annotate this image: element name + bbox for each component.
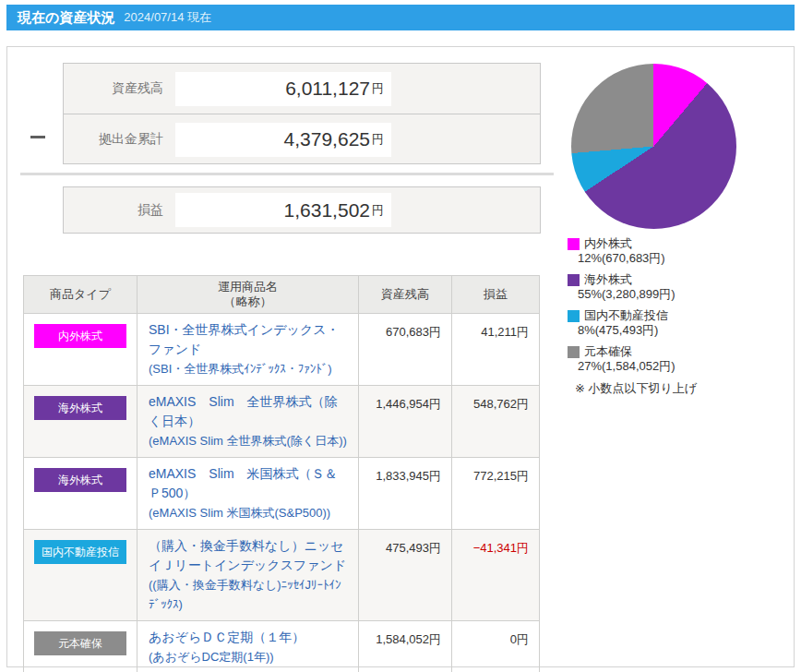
column-header-product-type: 商品タイプ [24, 276, 137, 314]
balance-value: 6,011,127 [285, 78, 370, 100]
legend-label: 国内不動産投信 [584, 308, 668, 323]
column-header-product-name-line1: 運用商品名 [218, 280, 278, 294]
balance-cell: 1,446,954円 [359, 386, 452, 458]
legend-swatch [568, 274, 580, 286]
balance-cell: 1,584,052円 [359, 621, 452, 672]
legend-item: 元本確保 27%(1,584,052円) [568, 344, 796, 374]
balance-cell: 1,833,945円 [359, 458, 452, 530]
balance-yen-suffix: 円 [372, 80, 384, 97]
legend-swatch [568, 310, 580, 322]
legend-item: 国内不動産投信 8%(475,493円) [568, 308, 796, 338]
legend-share: 55%(3,280,899円) [578, 287, 796, 302]
legend-label: 海外株式 [584, 272, 632, 287]
product-abbr[interactable]: (SBI・全世界株式ｲﾝﾃﾞｯｸｽ・ﾌｧﾝﾄﾞ) [149, 362, 332, 376]
balance-value-box: 6,011,127 円 [175, 72, 391, 106]
legend-label: 元本確保 [584, 344, 632, 359]
legend-swatch [568, 238, 580, 250]
product-name-link[interactable]: eMAXIS Slim 米国株式（Ｓ＆Ｐ500） [149, 466, 338, 500]
asset-status-panel: 資産残高 6,011,127 円 拠出金累計 4,379,625 円 損益 1,… [6, 46, 795, 667]
assets-table: 商品タイプ 運用商品名 （略称） 資産残高 損益 内外株式 SBI・全世界株式イ… [23, 275, 540, 672]
contribution-value: 4,379,625 [284, 128, 370, 150]
column-header-balance: 資産残高 [359, 276, 452, 314]
product-type-cell: 海外株式 [24, 458, 137, 530]
legend-share: 8%(475,493円) [578, 323, 796, 338]
legend-label: 内外株式 [584, 236, 632, 251]
product-name-cell: あおぞらＤＣ定期（１年） (あおぞらDC定期(1年)) [137, 621, 359, 672]
legend-item: 海外株式 55%(3,280,899円) [568, 272, 796, 302]
product-type-cell: 国内不動産投信 [24, 530, 137, 621]
legend-swatch [568, 346, 580, 358]
profit-yen-suffix: 円 [372, 202, 384, 219]
product-name-cell: eMAXIS Slim 米国株式（Ｓ＆Ｐ500） (eMAXIS Slim 米国… [137, 458, 359, 530]
rounding-note: ※ 小数点以下切り上げ [575, 380, 796, 397]
product-name-cell: eMAXIS Slim 全世界株式（除く日本） (eMAXIS Slim 全世界… [137, 386, 359, 458]
contribution-value-box: 4,379,625 円 [175, 123, 391, 157]
legend-share: 12%(670,683円) [578, 251, 796, 266]
column-header-profit: 損益 [452, 276, 540, 314]
product-name-link[interactable]: あおぞらＤＣ定期（１年） [149, 630, 305, 644]
profit-cell: 548,762円 [452, 386, 540, 458]
profit-summary-box: 損益 1,631,502 円 [63, 186, 541, 234]
profit-label: 損益 [64, 202, 163, 219]
contribution-yen-suffix: 円 [372, 131, 384, 148]
table-row: 内外株式 SBI・全世界株式インデックス・ファンド (SBI・全世界株式ｲﾝﾃﾞ… [24, 314, 540, 386]
product-name-cell: （購入・換金手数料なし）ニッセイＪリートインデックスファンド ((購入・換金手数… [137, 530, 359, 621]
assets-table-body: 内外株式 SBI・全世界株式インデックス・ファンド (SBI・全世界株式ｲﾝﾃﾞ… [24, 314, 540, 672]
profit-cell: 41,211円 [452, 314, 540, 386]
table-row: 海外株式 eMAXIS Slim 全世界株式（除く日本） (eMAXIS Sli… [24, 386, 540, 458]
profit-cell: −41,341円 [452, 530, 540, 621]
header-bar: 現在の資産状況 2024/07/14 現在 [6, 5, 795, 30]
balance-cell: 670,683円 [359, 314, 452, 386]
profit-cell: 0円 [452, 621, 540, 672]
assets-table-header-row: 商品タイプ 運用商品名 （略称） 資産残高 損益 [24, 276, 540, 314]
product-type-cell: 内外株式 [24, 314, 137, 386]
column-header-product-name: 運用商品名 （略称） [137, 276, 359, 314]
product-abbr[interactable]: (あおぞらDC定期(1年)) [149, 650, 274, 664]
balance-row: 資産残高 6,011,127 円 [64, 64, 540, 114]
product-type-badge: 国内不動産投信 [34, 540, 126, 564]
contribution-label: 拠出金累計 [64, 131, 163, 148]
balance-cell: 475,493円 [359, 530, 452, 621]
product-type-cell: 海外株式 [24, 386, 137, 458]
contribution-row: 拠出金累計 4,379,625 円 [64, 114, 540, 164]
product-name-cell: SBI・全世界株式インデックス・ファンド (SBI・全世界株式ｲﾝﾃﾞｯｸｽ・ﾌ… [137, 314, 359, 386]
product-name-link[interactable]: （購入・換金手数料なし）ニッセイＪリートインデックスファンド [149, 538, 346, 572]
product-type-cell: 元本確保 [24, 621, 137, 672]
profit-value-box: 1,631,502 円 [175, 193, 391, 227]
profit-row: 損益 1,631,502 円 [64, 187, 540, 233]
page-title: 現在の資産状況 [18, 9, 114, 27]
balance-summary-box: 資産残高 6,011,127 円 拠出金累計 4,379,625 円 [63, 63, 541, 164]
minus-icon [30, 136, 45, 138]
product-abbr[interactable]: (eMAXIS Slim 米国株式(S&P500)) [149, 506, 330, 520]
table-row: 海外株式 eMAXIS Slim 米国株式（Ｓ＆Ｐ500） (eMAXIS Sl… [24, 458, 540, 530]
header-date: 2024/07/14 現在 [124, 9, 211, 26]
legend-share: 27%(1,584,052円) [578, 359, 796, 374]
product-type-badge: 海外株式 [34, 468, 126, 492]
product-type-badge: 元本確保 [34, 631, 126, 655]
column-header-product-name-line2: （略称） [224, 294, 272, 308]
table-row: 国内不動産投信 （購入・換金手数料なし）ニッセイＪリートインデックスファンド (… [24, 530, 540, 621]
product-type-badge: 内外株式 [34, 324, 126, 348]
equals-divider [20, 173, 554, 175]
product-abbr[interactable]: ((購入・換金手数料なし)ﾆｯｾｲJﾘｰﾄｲﾝﾃﾞｯｸｽ) [149, 578, 341, 611]
balance-label: 資産残高 [64, 80, 163, 97]
product-name-link[interactable]: SBI・全世界株式インデックス・ファンド [149, 322, 340, 356]
product-abbr[interactable]: (eMAXIS Slim 全世界株式(除く日本)) [149, 434, 347, 448]
product-type-badge: 海外株式 [34, 396, 126, 420]
table-row: 元本確保 あおぞらＤＣ定期（１年） (あおぞらDC定期(1年)) 1,584,0… [24, 621, 540, 672]
profit-value: 1,631,502 [284, 199, 370, 222]
pie-chart [571, 64, 736, 229]
product-name-link[interactable]: eMAXIS Slim 全世界株式（除く日本） [149, 394, 338, 428]
profit-cell: 772,215円 [452, 458, 540, 530]
pie-legend: 内外株式 12%(670,683円) 海外株式 55%(3,280,899円) … [568, 236, 796, 397]
legend-item: 内外株式 12%(670,683円) [568, 236, 796, 266]
